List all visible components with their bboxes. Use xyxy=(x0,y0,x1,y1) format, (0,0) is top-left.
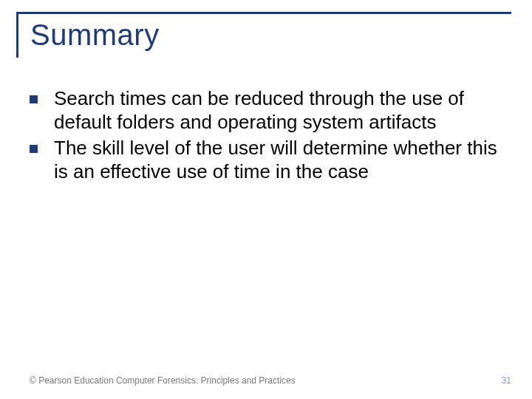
bullet-text: Search times can be reduced through the … xyxy=(54,87,504,134)
title-container: Summary xyxy=(16,12,511,58)
square-bullet-icon xyxy=(30,145,38,153)
footer-copyright: © Pearson Education Computer Forensics: … xyxy=(30,375,296,386)
list-item: The skill level of the user will determi… xyxy=(30,137,504,183)
bullet-text: The skill level of the user will determi… xyxy=(54,137,504,183)
page-number: 31 xyxy=(502,375,511,386)
page-title: Summary xyxy=(30,18,511,52)
footer: © Pearson Education Computer Forensics: … xyxy=(0,375,532,386)
bullet-list: Search times can be reduced through the … xyxy=(16,87,511,184)
slide: Summary Search times can be reduced thro… xyxy=(0,0,532,399)
square-bullet-icon xyxy=(30,95,38,103)
list-item: Search times can be reduced through the … xyxy=(30,87,504,134)
